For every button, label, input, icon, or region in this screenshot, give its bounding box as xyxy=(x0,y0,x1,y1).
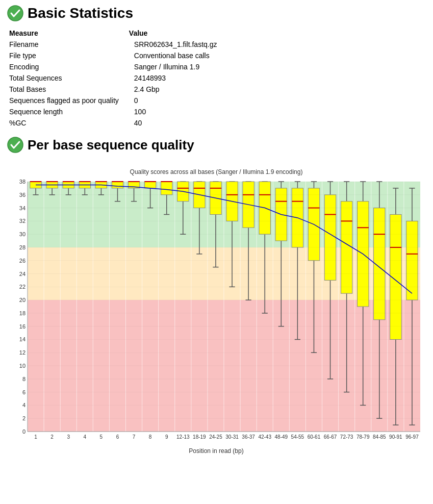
table-row: %GC40 xyxy=(9,117,217,129)
measure-header: Measure xyxy=(9,28,129,39)
svg-point-0 xyxy=(8,6,23,21)
table-row: Total Sequences24148993 xyxy=(9,72,217,84)
value-header: Value xyxy=(129,28,217,39)
table-row: Total Bases2.4 Gbp xyxy=(9,84,217,95)
per-base-quality-title: Per base sequence quality xyxy=(7,137,426,153)
table-row: EncodingSanger / Illumina 1.9 xyxy=(9,61,217,72)
check-circle-icon xyxy=(7,5,23,21)
table-row: Sequences flagged as poor quality0 xyxy=(9,95,217,106)
quality-chart xyxy=(7,161,425,457)
table-row: Sequence length100 xyxy=(9,106,217,117)
per-base-quality-section: Per base sequence quality xyxy=(0,133,433,467)
svg-point-1 xyxy=(8,137,23,153)
stats-table: Measure Value FilenameSRR062634_1.filt.f… xyxy=(9,28,217,129)
table-row: FilenameSRR062634_1.filt.fastq.gz xyxy=(9,39,217,50)
basic-stats-title: Basic Statistics xyxy=(7,5,426,21)
basic-stats-section: Basic Statistics Measure Value FilenameS… xyxy=(0,0,433,133)
check-circle-icon-2 xyxy=(7,137,23,153)
table-row: File typeConventional base calls xyxy=(9,50,217,61)
